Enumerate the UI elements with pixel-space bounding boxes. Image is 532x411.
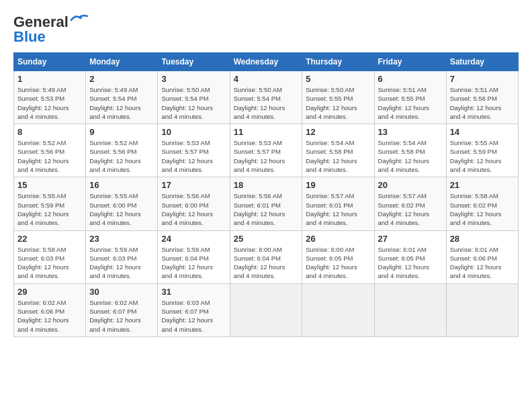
calendar-cell: 13Sunrise: 5:54 AM Sunset: 5:58 PM Dayli… (374, 124, 446, 177)
calendar-cell: 22Sunrise: 5:58 AM Sunset: 6:03 PM Dayli… (14, 230, 86, 283)
day-number: 22 (17, 234, 82, 244)
calendar-cell: 6Sunrise: 5:51 AM Sunset: 5:55 PM Daylig… (374, 71, 446, 124)
day-info: Sunrise: 6:02 AM Sunset: 6:07 PM Dayligh… (89, 298, 154, 334)
day-number: 1 (17, 74, 82, 84)
day-info: Sunrise: 5:49 AM Sunset: 5:54 PM Dayligh… (89, 85, 154, 121)
calendar-header-wednesday: Wednesday (230, 53, 302, 71)
calendar-cell: 9Sunrise: 5:52 AM Sunset: 5:56 PM Daylig… (86, 124, 158, 177)
calendar-cell: 17Sunrise: 5:56 AM Sunset: 6:00 PM Dayli… (158, 177, 230, 230)
calendar-cell: 26Sunrise: 6:00 AM Sunset: 6:05 PM Dayli… (302, 230, 374, 283)
day-number: 24 (161, 234, 226, 244)
calendar-week-row: 15Sunrise: 5:55 AM Sunset: 5:59 PM Dayli… (14, 177, 519, 230)
calendar-week-row: 8Sunrise: 5:52 AM Sunset: 5:56 PM Daylig… (14, 124, 519, 177)
day-number: 11 (234, 127, 299, 137)
calendar-cell: 8Sunrise: 5:52 AM Sunset: 5:56 PM Daylig… (14, 124, 86, 177)
day-info: Sunrise: 5:54 AM Sunset: 5:58 PM Dayligh… (378, 138, 443, 174)
day-info: Sunrise: 5:57 AM Sunset: 6:01 PM Dayligh… (306, 191, 370, 227)
day-info: Sunrise: 5:58 AM Sunset: 6:03 PM Dayligh… (17, 245, 82, 281)
day-number: 29 (17, 287, 82, 297)
day-info: Sunrise: 5:58 AM Sunset: 6:02 PM Dayligh… (450, 191, 515, 227)
day-number: 17 (161, 180, 226, 190)
day-info: Sunrise: 5:49 AM Sunset: 5:53 PM Dayligh… (17, 85, 82, 121)
calendar-cell: 3Sunrise: 5:50 AM Sunset: 5:54 PM Daylig… (158, 71, 230, 124)
day-info: Sunrise: 5:52 AM Sunset: 5:56 PM Dayligh… (89, 138, 154, 174)
day-number: 8 (17, 127, 82, 137)
day-number: 15 (17, 180, 82, 190)
calendar-cell: 1Sunrise: 5:49 AM Sunset: 5:53 PM Daylig… (14, 71, 86, 124)
day-number: 26 (306, 234, 370, 244)
day-number: 2 (89, 74, 154, 84)
day-info: Sunrise: 5:51 AM Sunset: 5:55 PM Dayligh… (378, 85, 443, 121)
calendar-table: SundayMondayTuesdayWednesdayThursdayFrid… (13, 52, 519, 337)
calendar-cell (302, 283, 374, 336)
day-number: 23 (89, 234, 154, 244)
day-info: Sunrise: 5:50 AM Sunset: 5:55 PM Dayligh… (306, 85, 370, 121)
day-info: Sunrise: 5:55 AM Sunset: 6:00 PM Dayligh… (89, 191, 154, 227)
calendar-cell: 19Sunrise: 5:57 AM Sunset: 6:01 PM Dayli… (302, 177, 374, 230)
calendar-cell: 14Sunrise: 5:55 AM Sunset: 5:59 PM Dayli… (446, 124, 518, 177)
calendar-cell: 24Sunrise: 5:59 AM Sunset: 6:04 PM Dayli… (158, 230, 230, 283)
day-number: 9 (89, 127, 154, 137)
calendar-cell: 15Sunrise: 5:55 AM Sunset: 5:59 PM Dayli… (14, 177, 86, 230)
calendar-header-sunday: Sunday (14, 53, 86, 71)
day-number: 20 (378, 180, 443, 190)
day-info: Sunrise: 5:53 AM Sunset: 5:57 PM Dayligh… (234, 138, 299, 174)
calendar-cell (446, 283, 518, 336)
calendar-cell: 28Sunrise: 6:01 AM Sunset: 6:06 PM Dayli… (446, 230, 518, 283)
day-info: Sunrise: 5:53 AM Sunset: 5:57 PM Dayligh… (161, 138, 226, 174)
day-number: 27 (378, 234, 443, 244)
day-info: Sunrise: 5:54 AM Sunset: 5:58 PM Dayligh… (306, 138, 370, 174)
day-number: 19 (306, 180, 370, 190)
day-number: 4 (234, 74, 299, 84)
day-number: 18 (234, 180, 299, 190)
logo-blue-text: Blue (13, 28, 46, 46)
day-number: 14 (450, 127, 515, 137)
day-info: Sunrise: 5:51 AM Sunset: 5:56 PM Dayligh… (450, 85, 515, 121)
calendar-cell: 12Sunrise: 5:54 AM Sunset: 5:58 PM Dayli… (302, 124, 374, 177)
day-number: 10 (161, 127, 226, 137)
calendar-cell: 25Sunrise: 6:00 AM Sunset: 6:04 PM Dayli… (230, 230, 302, 283)
day-info: Sunrise: 5:59 AM Sunset: 6:04 PM Dayligh… (161, 245, 226, 281)
calendar-header-friday: Friday (374, 53, 446, 71)
calendar-body: 1Sunrise: 5:49 AM Sunset: 5:53 PM Daylig… (14, 71, 519, 337)
logo: General Blue (13, 13, 89, 46)
calendar-cell: 31Sunrise: 6:03 AM Sunset: 6:07 PM Dayli… (158, 283, 230, 336)
day-info: Sunrise: 5:55 AM Sunset: 5:59 PM Dayligh… (450, 138, 515, 174)
calendar-cell: 11Sunrise: 5:53 AM Sunset: 5:57 PM Dayli… (230, 124, 302, 177)
calendar-header-row: SundayMondayTuesdayWednesdayThursdayFrid… (14, 53, 519, 71)
day-info: Sunrise: 5:55 AM Sunset: 5:59 PM Dayligh… (17, 191, 82, 227)
calendar-cell: 7Sunrise: 5:51 AM Sunset: 5:56 PM Daylig… (446, 71, 518, 124)
day-number: 7 (450, 74, 515, 84)
calendar-cell (374, 283, 446, 336)
calendar-header-tuesday: Tuesday (158, 53, 230, 71)
calendar-cell: 23Sunrise: 5:59 AM Sunset: 6:03 PM Dayli… (86, 230, 158, 283)
calendar-cell: 21Sunrise: 5:58 AM Sunset: 6:02 PM Dayli… (446, 177, 518, 230)
day-info: Sunrise: 6:01 AM Sunset: 6:06 PM Dayligh… (450, 245, 515, 281)
day-info: Sunrise: 6:00 AM Sunset: 6:05 PM Dayligh… (306, 245, 370, 281)
day-number: 12 (306, 127, 370, 137)
logo-bird-icon (70, 13, 89, 26)
calendar-header-thursday: Thursday (302, 53, 374, 71)
day-number: 16 (89, 180, 154, 190)
day-number: 6 (378, 74, 443, 84)
day-number: 30 (89, 287, 154, 297)
day-info: Sunrise: 5:50 AM Sunset: 5:54 PM Dayligh… (234, 85, 299, 121)
calendar-header-monday: Monday (86, 53, 158, 71)
calendar-cell: 20Sunrise: 5:57 AM Sunset: 6:02 PM Dayli… (374, 177, 446, 230)
calendar-cell: 30Sunrise: 6:02 AM Sunset: 6:07 PM Dayli… (86, 283, 158, 336)
day-info: Sunrise: 5:50 AM Sunset: 5:54 PM Dayligh… (161, 85, 226, 121)
calendar-cell: 2Sunrise: 5:49 AM Sunset: 5:54 PM Daylig… (86, 71, 158, 124)
calendar-cell: 27Sunrise: 6:01 AM Sunset: 6:05 PM Dayli… (374, 230, 446, 283)
page-header: General Blue (13, 13, 519, 46)
calendar-week-row: 29Sunrise: 6:02 AM Sunset: 6:06 PM Dayli… (14, 283, 519, 336)
calendar-week-row: 1Sunrise: 5:49 AM Sunset: 5:53 PM Daylig… (14, 71, 519, 124)
day-info: Sunrise: 5:59 AM Sunset: 6:03 PM Dayligh… (89, 245, 154, 281)
calendar-cell: 29Sunrise: 6:02 AM Sunset: 6:06 PM Dayli… (14, 283, 86, 336)
day-info: Sunrise: 6:00 AM Sunset: 6:04 PM Dayligh… (234, 245, 299, 281)
calendar-cell: 18Sunrise: 5:56 AM Sunset: 6:01 PM Dayli… (230, 177, 302, 230)
calendar-header-saturday: Saturday (446, 53, 518, 71)
day-info: Sunrise: 5:56 AM Sunset: 6:01 PM Dayligh… (234, 191, 299, 227)
day-number: 25 (234, 234, 299, 244)
calendar-cell (230, 283, 302, 336)
calendar-week-row: 22Sunrise: 5:58 AM Sunset: 6:03 PM Dayli… (14, 230, 519, 283)
